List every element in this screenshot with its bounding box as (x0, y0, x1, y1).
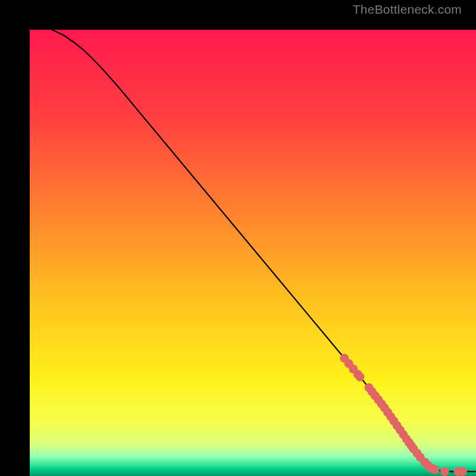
highlight-point (431, 465, 440, 474)
watermark-text: TheBottleneck.com (353, 2, 462, 17)
highlight-point (356, 372, 365, 381)
highlight-point (440, 467, 449, 476)
highlight-point (458, 467, 467, 476)
chart-svg (30, 30, 476, 476)
chart-frame (15, 15, 461, 461)
gradient-background (30, 30, 476, 476)
